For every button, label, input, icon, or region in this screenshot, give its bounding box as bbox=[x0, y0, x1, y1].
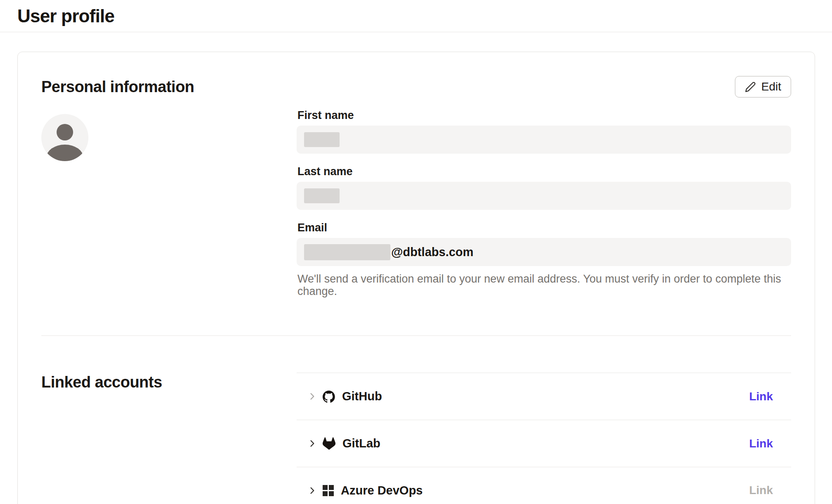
personal-info-body: First name Last name Email @dbtlabs.com … bbox=[41, 109, 791, 297]
avatar-person-icon bbox=[57, 124, 73, 140]
account-link[interactable]: Link bbox=[749, 484, 773, 497]
page-title: User profile bbox=[17, 6, 114, 26]
personal-info-header: Personal information Edit bbox=[41, 76, 791, 97]
personal-info-fields: First name Last name Email @dbtlabs.com … bbox=[297, 109, 791, 297]
email-label: Email bbox=[297, 221, 791, 234]
azure-devops-icon bbox=[323, 485, 334, 496]
last-name-label: Last name bbox=[297, 165, 791, 178]
linked-accounts-list: GitHub Link GitLab Link bbox=[297, 373, 791, 504]
account-row-azure-devops: Azure DevOps Link bbox=[297, 467, 791, 504]
first-name-field[interactable] bbox=[297, 126, 791, 154]
last-name-redacted-value bbox=[304, 188, 340, 203]
profile-card: Personal information Edit First name Las… bbox=[17, 52, 815, 504]
github-icon bbox=[323, 390, 335, 403]
avatar bbox=[41, 114, 88, 161]
email-helper-text: We'll send a verification email to your … bbox=[297, 273, 791, 297]
section-divider bbox=[41, 335, 791, 336]
gitlab-icon bbox=[323, 437, 335, 450]
account-row-gitlab: GitLab Link bbox=[297, 420, 791, 467]
account-row-github: GitHub Link bbox=[297, 373, 791, 420]
email-domain-text: @dbtlabs.com bbox=[391, 245, 473, 259]
linked-accounts-heading: Linked accounts bbox=[41, 373, 297, 391]
account-label: Azure DevOps bbox=[341, 484, 423, 497]
first-name-redacted-value bbox=[304, 132, 340, 147]
edit-button-label: Edit bbox=[761, 80, 781, 93]
account-link[interactable]: Link bbox=[749, 437, 773, 450]
last-name-field[interactable] bbox=[297, 182, 791, 210]
chevron-right-icon[interactable] bbox=[307, 486, 317, 495]
linked-accounts-section: Linked accounts GitHub Link bbox=[41, 373, 791, 504]
account-label: GitLab bbox=[342, 437, 380, 450]
account-link[interactable]: Link bbox=[749, 390, 773, 403]
personal-info-heading: Personal information bbox=[41, 78, 194, 96]
page-header: User profile bbox=[0, 0, 832, 32]
chevron-right-icon[interactable] bbox=[307, 439, 317, 448]
chevron-right-icon[interactable] bbox=[307, 392, 317, 401]
pencil-icon bbox=[745, 81, 756, 93]
first-name-label: First name bbox=[297, 109, 791, 121]
account-label: GitHub bbox=[342, 390, 382, 403]
email-field[interactable]: @dbtlabs.com bbox=[297, 238, 791, 266]
email-redacted-value bbox=[304, 244, 390, 260]
edit-button[interactable]: Edit bbox=[735, 76, 791, 97]
